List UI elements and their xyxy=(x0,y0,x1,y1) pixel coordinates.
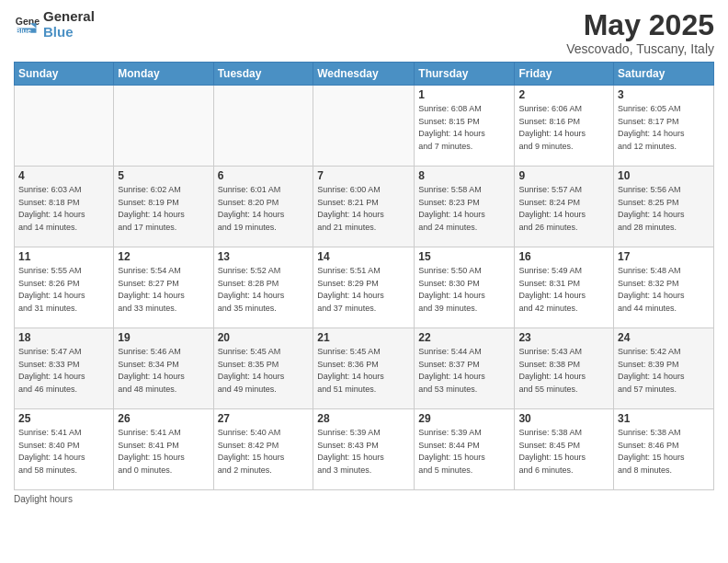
day-info: Sunrise: 5:57 AM Sunset: 8:24 PM Dayligh… xyxy=(518,184,609,234)
day-number: 27 xyxy=(218,412,310,425)
day-cell: 5Sunrise: 6:02 AM Sunset: 8:19 PM Daylig… xyxy=(114,167,213,247)
day-cell: 27Sunrise: 5:40 AM Sunset: 8:42 PM Dayli… xyxy=(213,409,313,490)
weekday-wednesday: Wednesday xyxy=(313,63,415,86)
day-cell: 16Sunrise: 5:49 AM Sunset: 8:31 PM Dayli… xyxy=(515,247,614,328)
day-cell: 30Sunrise: 5:38 AM Sunset: 8:45 PM Dayli… xyxy=(515,409,614,490)
day-number: 4 xyxy=(18,169,109,182)
day-number: 26 xyxy=(118,412,209,425)
week-row-4: 18Sunrise: 5:47 AM Sunset: 8:33 PM Dayli… xyxy=(15,328,714,409)
title-block: May 2025 Vescovado, Tuscany, Italy xyxy=(566,9,714,56)
day-number: 2 xyxy=(518,88,609,101)
day-info: Sunrise: 5:55 AM Sunset: 8:26 PM Dayligh… xyxy=(18,265,109,315)
day-info: Sunrise: 6:01 AM Sunset: 8:20 PM Dayligh… xyxy=(218,184,310,234)
day-info: Sunrise: 5:50 AM Sunset: 8:30 PM Dayligh… xyxy=(418,265,510,315)
day-info: Sunrise: 5:54 AM Sunset: 8:27 PM Dayligh… xyxy=(118,265,209,315)
day-cell: 2Sunrise: 6:06 AM Sunset: 8:16 PM Daylig… xyxy=(515,86,614,167)
day-number: 10 xyxy=(618,169,710,182)
footer: Daylight hours xyxy=(14,494,714,504)
day-cell: 3Sunrise: 6:05 AM Sunset: 8:17 PM Daylig… xyxy=(614,86,714,167)
day-cell: 19Sunrise: 5:46 AM Sunset: 8:34 PM Dayli… xyxy=(114,328,213,409)
day-number: 3 xyxy=(618,88,710,101)
day-number: 31 xyxy=(618,412,710,425)
day-info: Sunrise: 5:48 AM Sunset: 8:32 PM Dayligh… xyxy=(618,265,710,315)
day-cell: 6Sunrise: 6:01 AM Sunset: 8:20 PM Daylig… xyxy=(213,167,313,247)
day-info: Sunrise: 5:41 AM Sunset: 8:41 PM Dayligh… xyxy=(118,427,209,477)
day-cell xyxy=(15,86,114,167)
day-cell: 14Sunrise: 5:51 AM Sunset: 8:29 PM Dayli… xyxy=(313,247,415,328)
day-info: Sunrise: 5:52 AM Sunset: 8:28 PM Dayligh… xyxy=(218,265,310,315)
day-cell: 4Sunrise: 6:03 AM Sunset: 8:18 PM Daylig… xyxy=(15,167,114,247)
weekday-header-row: SundayMondayTuesdayWednesdayThursdayFrid… xyxy=(15,63,714,86)
day-cell: 22Sunrise: 5:44 AM Sunset: 8:37 PM Dayli… xyxy=(415,328,515,409)
week-row-5: 25Sunrise: 5:41 AM Sunset: 8:40 PM Dayli… xyxy=(15,409,714,490)
day-cell: 7Sunrise: 6:00 AM Sunset: 8:21 PM Daylig… xyxy=(313,167,415,247)
day-number: 20 xyxy=(218,331,310,344)
weekday-sunday: Sunday xyxy=(15,63,114,86)
day-cell: 25Sunrise: 5:41 AM Sunset: 8:40 PM Dayli… xyxy=(15,409,114,490)
day-info: Sunrise: 5:58 AM Sunset: 8:23 PM Dayligh… xyxy=(418,184,510,234)
day-number: 12 xyxy=(118,250,209,263)
week-row-3: 11Sunrise: 5:55 AM Sunset: 8:26 PM Dayli… xyxy=(15,247,714,328)
day-info: Sunrise: 5:45 AM Sunset: 8:35 PM Dayligh… xyxy=(218,346,310,396)
day-cell: 11Sunrise: 5:55 AM Sunset: 8:26 PM Dayli… xyxy=(15,247,114,328)
month-title: May 2025 xyxy=(566,9,714,41)
day-number: 23 xyxy=(518,331,609,344)
day-info: Sunrise: 5:56 AM Sunset: 8:25 PM Dayligh… xyxy=(618,184,710,234)
day-number: 5 xyxy=(118,169,209,182)
logo-general: General xyxy=(43,9,95,25)
week-row-1: 1Sunrise: 6:08 AM Sunset: 8:15 PM Daylig… xyxy=(15,86,714,167)
day-info: Sunrise: 5:45 AM Sunset: 8:36 PM Dayligh… xyxy=(317,346,410,396)
day-number: 25 xyxy=(18,412,109,425)
day-number: 7 xyxy=(317,169,410,182)
header: General Blue General Blue May 2025 Vesco… xyxy=(14,9,714,56)
day-cell: 13Sunrise: 5:52 AM Sunset: 8:28 PM Dayli… xyxy=(213,247,313,328)
day-number: 29 xyxy=(418,412,510,425)
day-cell: 12Sunrise: 5:54 AM Sunset: 8:27 PM Dayli… xyxy=(114,247,213,328)
day-cell: 24Sunrise: 5:42 AM Sunset: 8:39 PM Dayli… xyxy=(614,328,714,409)
weekday-thursday: Thursday xyxy=(415,63,515,86)
day-info: Sunrise: 6:06 AM Sunset: 8:16 PM Dayligh… xyxy=(518,103,609,153)
day-number: 13 xyxy=(218,250,310,263)
day-cell xyxy=(313,86,415,167)
weekday-tuesday: Tuesday xyxy=(213,63,313,86)
day-number: 21 xyxy=(317,331,410,344)
day-number: 28 xyxy=(317,412,410,425)
day-info: Sunrise: 5:39 AM Sunset: 8:44 PM Dayligh… xyxy=(418,427,510,477)
day-cell: 9Sunrise: 5:57 AM Sunset: 8:24 PM Daylig… xyxy=(515,167,614,247)
weekday-saturday: Saturday xyxy=(614,63,714,86)
day-info: Sunrise: 6:08 AM Sunset: 8:15 PM Dayligh… xyxy=(418,103,510,153)
weekday-friday: Friday xyxy=(515,63,614,86)
day-info: Sunrise: 5:38 AM Sunset: 8:46 PM Dayligh… xyxy=(618,427,710,477)
day-number: 6 xyxy=(218,169,310,182)
day-cell xyxy=(213,86,313,167)
day-cell: 21Sunrise: 5:45 AM Sunset: 8:36 PM Dayli… xyxy=(313,328,415,409)
day-info: Sunrise: 5:39 AM Sunset: 8:43 PM Dayligh… xyxy=(317,427,410,477)
day-number: 1 xyxy=(418,88,510,101)
day-info: Sunrise: 6:03 AM Sunset: 8:18 PM Dayligh… xyxy=(18,184,109,234)
calendar-table: SundayMondayTuesdayWednesdayThursdayFrid… xyxy=(14,62,714,490)
day-cell: 8Sunrise: 5:58 AM Sunset: 8:23 PM Daylig… xyxy=(415,167,515,247)
day-cell: 1Sunrise: 6:08 AM Sunset: 8:15 PM Daylig… xyxy=(415,86,515,167)
day-info: Sunrise: 5:38 AM Sunset: 8:45 PM Dayligh… xyxy=(518,427,609,477)
day-number: 8 xyxy=(418,169,510,182)
day-cell: 10Sunrise: 5:56 AM Sunset: 8:25 PM Dayli… xyxy=(614,167,714,247)
day-number: 30 xyxy=(518,412,609,425)
day-info: Sunrise: 6:02 AM Sunset: 8:19 PM Dayligh… xyxy=(118,184,209,234)
day-cell: 18Sunrise: 5:47 AM Sunset: 8:33 PM Dayli… xyxy=(15,328,114,409)
day-cell: 28Sunrise: 5:39 AM Sunset: 8:43 PM Dayli… xyxy=(313,409,415,490)
day-cell: 31Sunrise: 5:38 AM Sunset: 8:46 PM Dayli… xyxy=(614,409,714,490)
day-number: 9 xyxy=(518,169,609,182)
day-cell: 15Sunrise: 5:50 AM Sunset: 8:30 PM Dayli… xyxy=(415,247,515,328)
day-number: 19 xyxy=(118,331,209,344)
day-cell: 29Sunrise: 5:39 AM Sunset: 8:44 PM Dayli… xyxy=(415,409,515,490)
day-info: Sunrise: 5:40 AM Sunset: 8:42 PM Dayligh… xyxy=(218,427,310,477)
day-number: 18 xyxy=(18,331,109,344)
logo: General Blue General Blue xyxy=(14,9,95,40)
day-info: Sunrise: 6:00 AM Sunset: 8:21 PM Dayligh… xyxy=(317,184,410,234)
day-cell: 23Sunrise: 5:43 AM Sunset: 8:38 PM Dayli… xyxy=(515,328,614,409)
day-info: Sunrise: 5:51 AM Sunset: 8:29 PM Dayligh… xyxy=(317,265,410,315)
logo-blue: Blue xyxy=(43,25,95,40)
day-cell xyxy=(114,86,213,167)
day-info: Sunrise: 5:43 AM Sunset: 8:38 PM Dayligh… xyxy=(518,346,609,396)
day-info: Sunrise: 5:44 AM Sunset: 8:37 PM Dayligh… xyxy=(418,346,510,396)
